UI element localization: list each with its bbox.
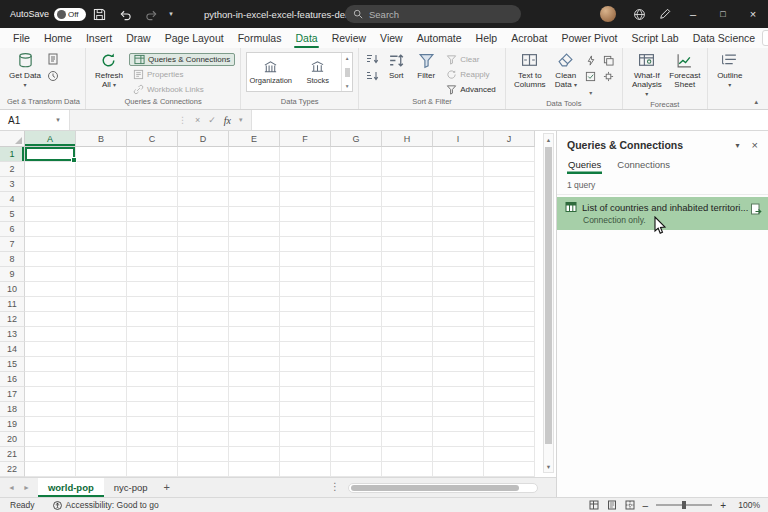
flash-fill-button[interactable] xyxy=(583,53,599,67)
query-peek-button[interactable] xyxy=(750,203,762,215)
cell-F7[interactable] xyxy=(280,237,331,252)
minimize-button[interactable]: – xyxy=(678,0,708,28)
cell-H3[interactable] xyxy=(382,177,433,192)
cell-C3[interactable] xyxy=(127,177,178,192)
sort-descending-button[interactable] xyxy=(364,69,380,83)
cell-B18[interactable] xyxy=(76,402,127,417)
cell-I15[interactable] xyxy=(433,357,484,372)
cell-C13[interactable] xyxy=(127,327,178,342)
cell-E3[interactable] xyxy=(229,177,280,192)
column-header-I[interactable]: I xyxy=(433,131,484,147)
cell-E12[interactable] xyxy=(229,312,280,327)
cell-B8[interactable] xyxy=(76,252,127,267)
sort-ascending-button[interactable] xyxy=(364,52,380,66)
cell-H18[interactable] xyxy=(382,402,433,417)
ribbon-tab-file[interactable]: File xyxy=(6,28,37,48)
formula-bar-handle-icon[interactable]: ⋮ xyxy=(178,115,187,125)
cell-J6[interactable] xyxy=(484,222,535,237)
zoom-in-button[interactable]: + xyxy=(720,500,726,511)
cell-A16[interactable] xyxy=(25,372,76,387)
outline-button[interactable]: Outline ▾ xyxy=(713,51,747,90)
collapse-ribbon-chevron-icon[interactable]: ▴ xyxy=(754,98,758,106)
filter-button[interactable]: Filter xyxy=(412,51,440,81)
cell-D7[interactable] xyxy=(178,237,229,252)
cell-A19[interactable] xyxy=(25,417,76,432)
row-header-18[interactable]: 18 xyxy=(0,402,25,417)
horizontal-scroll-thumb[interactable] xyxy=(351,485,519,491)
cell-B19[interactable] xyxy=(76,417,127,432)
row-header-19[interactable]: 19 xyxy=(0,417,25,432)
cell-I2[interactable] xyxy=(433,162,484,177)
cell-C4[interactable] xyxy=(127,192,178,207)
cell-G5[interactable] xyxy=(331,207,382,222)
column-header-F[interactable]: F xyxy=(280,131,331,147)
panel-tab-connections[interactable]: Connections xyxy=(616,157,671,174)
cell-G21[interactable] xyxy=(331,447,382,462)
clear-filter-button[interactable]: Clear xyxy=(442,53,500,66)
refresh-all-button[interactable]: Refresh All ▾ xyxy=(91,51,127,90)
cell-A20[interactable] xyxy=(25,432,76,447)
add-sheet-button[interactable]: + xyxy=(158,478,176,497)
presence-button[interactable] xyxy=(626,0,652,28)
cell-J18[interactable] xyxy=(484,402,535,417)
cell-H12[interactable] xyxy=(382,312,433,327)
panel-options-chevron-icon[interactable]: ▾ xyxy=(736,141,740,150)
formula-bar-chevron-icon[interactable]: ▾ xyxy=(239,116,243,124)
cell-A7[interactable] xyxy=(25,237,76,252)
cell-B22[interactable] xyxy=(76,462,127,477)
cell-G4[interactable] xyxy=(331,192,382,207)
gallery-scrollbar[interactable]: ▴ ▾ xyxy=(341,53,352,91)
ribbon-tab-home[interactable]: Home xyxy=(37,28,79,48)
cell-J22[interactable] xyxy=(484,462,535,477)
cell-J2[interactable] xyxy=(484,162,535,177)
cell-G6[interactable] xyxy=(331,222,382,237)
cell-H10[interactable] xyxy=(382,282,433,297)
cell-E18[interactable] xyxy=(229,402,280,417)
row-header-12[interactable]: 12 xyxy=(0,312,25,327)
cell-A17[interactable] xyxy=(25,387,76,402)
cell-C7[interactable] xyxy=(127,237,178,252)
advanced-filter-button[interactable]: Advanced xyxy=(442,83,500,96)
cell-J7[interactable] xyxy=(484,237,535,252)
enter-formula-icon[interactable]: ✓ xyxy=(208,115,216,125)
cell-I11[interactable] xyxy=(433,297,484,312)
cell-B4[interactable] xyxy=(76,192,127,207)
cell-H16[interactable] xyxy=(382,372,433,387)
row-header-2[interactable]: 2 xyxy=(0,162,25,177)
cell-F9[interactable] xyxy=(280,267,331,282)
cell-B16[interactable] xyxy=(76,372,127,387)
cell-E16[interactable] xyxy=(229,372,280,387)
forecast-sheet-button[interactable]: Forecast Sheet xyxy=(668,51,702,90)
cell-A3[interactable] xyxy=(25,177,76,192)
column-header-E[interactable]: E xyxy=(229,131,280,147)
cell-G22[interactable] xyxy=(331,462,382,477)
cell-I12[interactable] xyxy=(433,312,484,327)
cell-E7[interactable] xyxy=(229,237,280,252)
cell-G9[interactable] xyxy=(331,267,382,282)
cell-G14[interactable] xyxy=(331,342,382,357)
cell-D2[interactable] xyxy=(178,162,229,177)
cell-D15[interactable] xyxy=(178,357,229,372)
cell-F3[interactable] xyxy=(280,177,331,192)
cell-B20[interactable] xyxy=(76,432,127,447)
cell-J21[interactable] xyxy=(484,447,535,462)
cell-E4[interactable] xyxy=(229,192,280,207)
cell-F16[interactable] xyxy=(280,372,331,387)
ribbon-tab-page-layout[interactable]: Page Layout xyxy=(158,28,231,48)
cell-F10[interactable] xyxy=(280,282,331,297)
clean-data-button[interactable]: Clean Data ▾ xyxy=(551,51,581,90)
cell-F6[interactable] xyxy=(280,222,331,237)
text-to-columns-button[interactable]: Text to Columns xyxy=(511,51,549,90)
cell-A22[interactable] xyxy=(25,462,76,477)
gallery-up-icon[interactable]: ▴ xyxy=(346,55,349,61)
cell-J5[interactable] xyxy=(484,207,535,222)
column-header-B[interactable]: B xyxy=(76,131,127,147)
ribbon-tab-formulas[interactable]: Formulas xyxy=(231,28,289,48)
cell-F21[interactable] xyxy=(280,447,331,462)
cell-B13[interactable] xyxy=(76,327,127,342)
cell-J10[interactable] xyxy=(484,282,535,297)
cell-G17[interactable] xyxy=(331,387,382,402)
cell-D11[interactable] xyxy=(178,297,229,312)
cell-D16[interactable] xyxy=(178,372,229,387)
ribbon-tab-data-science[interactable]: Data Science xyxy=(686,28,762,48)
